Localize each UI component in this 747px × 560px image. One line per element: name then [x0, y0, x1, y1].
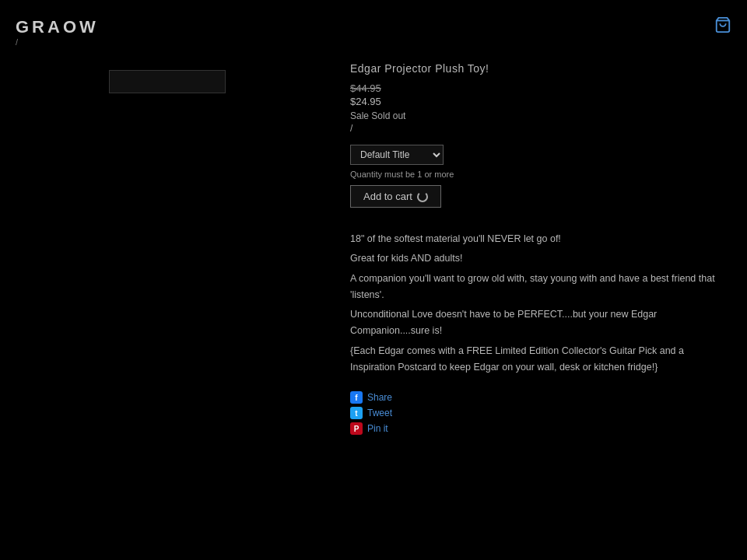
- pinterest-icon: P: [350, 422, 363, 435]
- product-image: [109, 70, 226, 93]
- variant-select[interactable]: Default Title: [350, 145, 444, 165]
- share-label: Share: [367, 392, 392, 403]
- add-to-cart-button[interactable]: Add to cart: [350, 185, 441, 208]
- sale-label: Sale Sold out: [350, 110, 731, 121]
- product-description: 18" of the softest material you'll NEVER…: [350, 231, 731, 376]
- add-to-cart-label: Add to cart: [363, 191, 412, 202]
- product-detail-panel: Edgar Projector Plush Toy! $44.95 $24.95…: [335, 54, 747, 560]
- desc-line-3: A companion you'll want to grow old with…: [350, 271, 731, 304]
- desc-line-1: 18" of the softest material you'll NEVER…: [350, 231, 731, 247]
- quantity-notice: Quantity must be 1 or more: [350, 170, 731, 179]
- pin-label: Pin it: [367, 423, 388, 434]
- sale-slash: /: [350, 123, 731, 134]
- cart-icon[interactable]: [714, 16, 731, 38]
- desc-line-2: Great for kids AND adults!: [350, 250, 731, 267]
- facebook-icon: f: [350, 391, 363, 404]
- nav-sub: /: [16, 37, 18, 47]
- product-image-panel: [0, 54, 335, 560]
- twitter-share-button[interactable]: t Tweet: [350, 407, 731, 419]
- loading-spinner-icon: [417, 191, 428, 202]
- tweet-label: Tweet: [367, 408, 392, 418]
- facebook-share-button[interactable]: f Share: [350, 391, 731, 404]
- twitter-icon: t: [350, 407, 363, 419]
- product-title: Edgar Projector Plush Toy!: [350, 62, 731, 75]
- site-logo: GRAOW: [16, 17, 99, 37]
- social-share-panel: f Share t Tweet P Pin it: [350, 391, 731, 435]
- desc-line-5: {Each Edgar comes with a FREE Limited Ed…: [350, 343, 731, 376]
- price-sale: $24.95: [350, 96, 731, 107]
- pinterest-share-button[interactable]: P Pin it: [350, 422, 731, 435]
- price-original: $44.95: [350, 82, 731, 94]
- desc-line-4: Unconditional Love doesn't have to be PE…: [350, 306, 731, 340]
- header: GRAOW /: [0, 0, 747, 54]
